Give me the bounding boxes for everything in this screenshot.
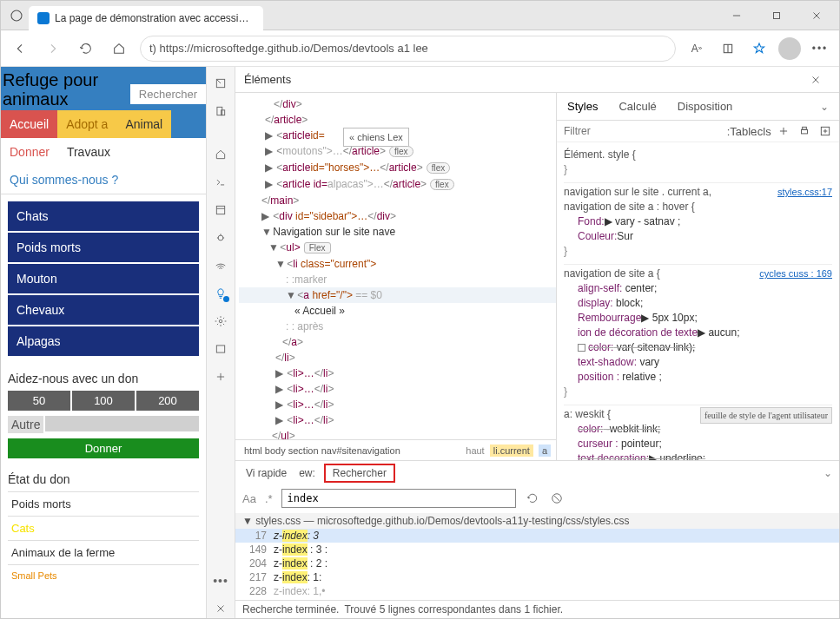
panel-icon[interactable] [211,339,230,359]
home-button[interactable] [107,36,131,61]
print-icon[interactable] [797,124,811,138]
dom-node[interactable]: : :marker [239,272,556,287]
close-window-button[interactable] [797,3,836,29]
dom-breadcrumb[interactable]: html body section nav#sitenavigation hau… [235,439,556,460]
sidebar-item[interactable]: Poids morts [8,233,199,262]
browser-tab[interactable]: La page de démonstration avec accessibil… [29,6,263,30]
css-rule[interactable]: styles.css:17navigation sur le site . cu… [564,183,832,265]
inspector-icon[interactable] [211,74,230,93]
reader-button[interactable]: A» [685,36,709,61]
dom-node[interactable]: ▶ <li>…</li> [239,412,556,428]
hov-button[interactable]: :Table [735,124,749,138]
translate-icon[interactable] [716,36,740,61]
dom-node[interactable]: ▶ <articleid=« chiens Lex [239,128,556,143]
dom-node[interactable]: </li> [239,350,556,365]
nav-animal[interactable]: Animal [116,110,171,138]
console-icon[interactable] [211,173,230,192]
donate-amount[interactable]: 50 [8,391,70,411]
dom-node[interactable]: ▶ <div id="sidebar">…</div> [239,208,556,224]
url-input[interactable]: t) https://microsoftedge.github.io/Demos… [140,36,676,62]
drawer-search-input[interactable] [281,489,516,508]
search-result-line[interactable]: 204z-index : 2 : [235,556,839,570]
clear-search-icon[interactable] [549,491,565,506]
nav-accueil[interactable]: Accueil [1,110,57,138]
result-file-header[interactable]: ▼ styles.css — microsoftedge.github.io/D… [235,513,839,529]
dom-node[interactable]: ▶ <li>…</li> [239,397,556,412]
breadcrumb-a[interactable]: a [539,444,551,457]
breadcrumb-path[interactable]: html body section nav#sitenavigation [241,444,404,457]
refresh-search-icon[interactable] [525,491,540,506]
dom-node[interactable]: « Accueil » [239,303,556,319]
add-tab-icon[interactable] [211,367,230,386]
bug-icon[interactable] [211,228,230,247]
search-result-line[interactable]: 149z-index : 3 : [235,543,839,556]
drawer-quickview-tab[interactable]: Vi rapide [242,465,290,481]
dom-node[interactable]: ▶ <articleid="horses">…</article>flex [239,160,556,176]
gear-icon[interactable] [211,312,230,331]
sidebar-item[interactable]: Mouton [8,264,199,293]
nav-donner[interactable]: Donner [1,138,58,166]
sidebar-item[interactable]: Alpagas [8,326,199,356]
drawer-ew-tab[interactable]: ew: [295,465,319,481]
dom-node[interactable]: ▼ Navigation sur le site nave [239,224,556,240]
dom-node[interactable]: </ul> [239,428,556,439]
lightbulb-icon[interactable] [211,284,230,303]
favorite-star-icon[interactable] [747,36,771,61]
tab-computed[interactable]: Calculé [618,100,656,113]
dom-node[interactable]: ▼ <li class="current"> [239,256,556,272]
dom-node[interactable]: </main> [239,193,556,208]
back-button[interactable] [8,36,32,61]
styles-filter-input[interactable] [564,125,728,137]
welcome-icon[interactable] [211,145,230,164]
minimize-button[interactable] [718,3,756,29]
case-sensitive-toggle[interactable]: Aa [242,492,256,505]
css-rule[interactable]: Élément. style {} [564,146,832,183]
search-result-line[interactable]: 217z-index: 1: [235,570,839,584]
network-icon[interactable] [211,256,230,275]
dom-node[interactable]: ▶ <moutons">…</article>flex [239,143,556,160]
donate-other-input[interactable] [45,416,199,431]
sidebar-item[interactable]: Chevaux [8,295,199,325]
dom-tree[interactable]: </div></article>▶ <articleid=« chiens Le… [235,93,556,439]
hero-search[interactable]: Rechercher [130,84,206,104]
sources-icon[interactable] [211,201,230,220]
close-devtools-icon[interactable] [211,599,230,618]
profile-avatar[interactable] [778,37,801,60]
styles-rules[interactable]: Élément. style {}styles.css:17navigation… [557,142,839,460]
tab-styles[interactable]: Styles [567,100,598,113]
new-rule-icon[interactable] [777,124,790,138]
dom-node[interactable]: ▼ <a href="/"> == $0 [239,287,556,303]
donate-amount[interactable]: 200 [136,391,199,411]
dom-node[interactable]: ▼ <ul>Flex [239,240,556,256]
dom-node[interactable]: ▶ <li>…</li> [239,381,556,397]
tab-layout[interactable]: Disposition [678,100,733,113]
cls-button[interactable]: .cls [756,124,770,138]
close-panel-button[interactable] [801,68,830,92]
tab-elements[interactable]: Éléments [244,73,291,86]
more-icon[interactable] [818,124,832,138]
sidebar-item[interactable]: Chats [8,201,199,231]
donate-button[interactable]: Donner [8,438,199,458]
dom-node[interactable]: : : après [239,319,556,334]
dom-node[interactable]: ▶ <article id=alpacas">…</article>flex [239,176,556,193]
breadcrumb-top-link[interactable]: haut [466,445,484,456]
nav-travaux[interactable]: Travaux [58,138,119,166]
breadcrumb-li[interactable]: li.current [490,444,533,457]
dom-node[interactable]: </article> [239,112,556,128]
css-rule[interactable]: feuille de style de l'agent utilisateura… [564,405,832,460]
drawer-chevron-down-icon[interactable]: ⌄ [823,467,832,479]
forward-button[interactable] [41,36,65,61]
maximize-button[interactable] [757,3,796,29]
refresh-button[interactable] [74,36,98,61]
regex-toggle[interactable]: .* [265,492,273,505]
device-toggle-icon[interactable] [211,102,230,121]
menu-button[interactable]: ••• [808,36,832,61]
nav-adopt[interactable]: Adopt a [57,110,116,138]
drawer-search-tab[interactable]: Rechercher [324,464,395,483]
dom-node[interactable]: ▶ <li>…</li> [239,365,556,381]
search-result-line[interactable]: 228z-index: 1,• [235,584,839,598]
css-rule[interactable]: cycles cuss : 169navigation de site a {a… [564,265,832,405]
dom-node[interactable]: </a> [239,334,556,350]
dom-node[interactable]: </div> [239,96,556,112]
nav-qui[interactable]: Qui sommes-nous ? [1,166,127,194]
